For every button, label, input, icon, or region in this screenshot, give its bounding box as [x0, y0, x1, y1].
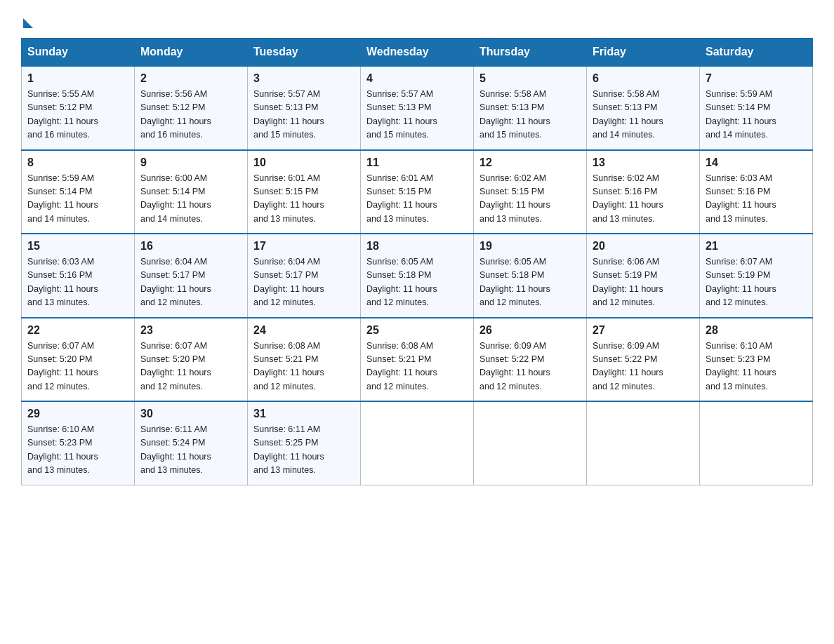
day-number: 4: [366, 72, 468, 85]
day-info: Sunrise: 6:09 AMSunset: 5:22 PMDaylight:…: [593, 340, 694, 394]
day-number: 9: [140, 156, 241, 169]
day-info: Sunrise: 6:11 AMSunset: 5:25 PMDaylight:…: [253, 423, 355, 478]
day-number: 30: [140, 408, 241, 420]
week-row-4: 22Sunrise: 6:07 AMSunset: 5:20 PMDayligh…: [22, 318, 813, 402]
day-info: Sunrise: 5:56 AMSunset: 5:12 PMDaylight:…: [140, 88, 241, 142]
calendar-cell: 8Sunrise: 5:59 AMSunset: 5:14 PMDaylight…: [22, 150, 135, 234]
calendar-cell: 25Sunrise: 6:08 AMSunset: 5:21 PMDayligh…: [361, 318, 474, 402]
week-row-2: 8Sunrise: 5:59 AMSunset: 5:14 PMDaylight…: [22, 150, 813, 234]
calendar-cell: 22Sunrise: 6:07 AMSunset: 5:20 PMDayligh…: [22, 318, 135, 402]
day-number: 3: [253, 72, 355, 85]
day-number: 27: [593, 324, 694, 337]
day-info: Sunrise: 6:05 AMSunset: 5:18 PMDaylight:…: [366, 255, 468, 310]
day-info: Sunrise: 6:00 AMSunset: 5:14 PMDaylight:…: [140, 172, 241, 227]
day-number: 7: [706, 72, 807, 85]
calendar-cell: 30Sunrise: 6:11 AMSunset: 5:24 PMDayligh…: [135, 401, 248, 485]
header-friday: Friday: [587, 39, 700, 67]
calendar-cell: 10Sunrise: 6:01 AMSunset: 5:15 PMDayligh…: [248, 150, 361, 234]
calendar-cell: [474, 401, 587, 485]
calendar-cell: 26Sunrise: 6:09 AMSunset: 5:22 PMDayligh…: [474, 318, 587, 402]
day-number: 2: [140, 72, 241, 85]
day-info: Sunrise: 6:07 AMSunset: 5:19 PMDaylight:…: [706, 255, 807, 310]
day-info: Sunrise: 6:05 AMSunset: 5:18 PMDaylight:…: [479, 255, 581, 310]
day-number: 26: [479, 324, 581, 337]
day-info: Sunrise: 6:08 AMSunset: 5:21 PMDaylight:…: [253, 340, 355, 394]
calendar-cell: [587, 401, 700, 485]
calendar-cell: 31Sunrise: 6:11 AMSunset: 5:25 PMDayligh…: [248, 401, 361, 485]
header-monday: Monday: [135, 39, 248, 67]
day-info: Sunrise: 6:03 AMSunset: 5:16 PMDaylight:…: [706, 172, 807, 227]
calendar-cell: 3Sunrise: 5:57 AMSunset: 5:13 PMDaylight…: [248, 66, 361, 150]
calendar-cell: 18Sunrise: 6:05 AMSunset: 5:18 PMDayligh…: [361, 234, 474, 318]
calendar-cell: [700, 401, 813, 485]
day-info: Sunrise: 6:10 AMSunset: 5:23 PMDaylight:…: [27, 423, 128, 478]
day-number: 21: [706, 240, 807, 253]
day-number: 22: [27, 324, 128, 337]
week-row-3: 15Sunrise: 6:03 AMSunset: 5:16 PMDayligh…: [22, 234, 813, 318]
day-number: 1: [27, 72, 128, 85]
calendar-cell: 6Sunrise: 5:58 AMSunset: 5:13 PMDaylight…: [587, 66, 700, 150]
header-wednesday: Wednesday: [361, 39, 474, 67]
day-info: Sunrise: 5:58 AMSunset: 5:13 PMDaylight:…: [479, 88, 581, 142]
day-info: Sunrise: 6:02 AMSunset: 5:15 PMDaylight:…: [479, 172, 581, 227]
header-tuesday: Tuesday: [248, 39, 361, 67]
day-number: 23: [140, 324, 241, 337]
day-info: Sunrise: 5:55 AMSunset: 5:12 PMDaylight:…: [27, 88, 128, 142]
logo-arrow-icon: [23, 18, 33, 28]
day-info: Sunrise: 6:10 AMSunset: 5:23 PMDaylight:…: [706, 340, 807, 394]
calendar-cell: 9Sunrise: 6:00 AMSunset: 5:14 PMDaylight…: [135, 150, 248, 234]
day-info: Sunrise: 6:11 AMSunset: 5:24 PMDaylight:…: [140, 423, 241, 478]
calendar-cell: 24Sunrise: 6:08 AMSunset: 5:21 PMDayligh…: [248, 318, 361, 402]
calendar-cell: 21Sunrise: 6:07 AMSunset: 5:19 PMDayligh…: [700, 234, 813, 318]
day-number: 29: [27, 408, 128, 420]
calendar-cell: 19Sunrise: 6:05 AMSunset: 5:18 PMDayligh…: [474, 234, 587, 318]
calendar-header-row: SundayMondayTuesdayWednesdayThursdayFrid…: [22, 39, 813, 67]
day-number: 14: [706, 156, 807, 169]
week-row-1: 1Sunrise: 5:55 AMSunset: 5:12 PMDaylight…: [22, 66, 813, 150]
calendar-cell: 23Sunrise: 6:07 AMSunset: 5:20 PMDayligh…: [135, 318, 248, 402]
calendar-cell: 28Sunrise: 6:10 AMSunset: 5:23 PMDayligh…: [700, 318, 813, 402]
day-info: Sunrise: 6:04 AMSunset: 5:17 PMDaylight:…: [140, 255, 241, 310]
day-number: 5: [479, 72, 581, 85]
day-number: 15: [27, 240, 128, 253]
day-number: 12: [479, 156, 581, 169]
calendar-cell: 12Sunrise: 6:02 AMSunset: 5:15 PMDayligh…: [474, 150, 587, 234]
day-info: Sunrise: 6:01 AMSunset: 5:15 PMDaylight:…: [366, 172, 468, 227]
calendar-cell: 15Sunrise: 6:03 AMSunset: 5:16 PMDayligh…: [22, 234, 135, 318]
day-number: 31: [253, 408, 355, 420]
calendar-cell: 5Sunrise: 5:58 AMSunset: 5:13 PMDaylight…: [474, 66, 587, 150]
day-number: 10: [253, 156, 355, 169]
day-number: 6: [593, 72, 694, 85]
day-number: 17: [253, 240, 355, 253]
header-thursday: Thursday: [474, 39, 587, 67]
day-number: 8: [27, 156, 128, 169]
day-info: Sunrise: 6:07 AMSunset: 5:20 PMDaylight:…: [27, 340, 128, 394]
calendar-cell: 27Sunrise: 6:09 AMSunset: 5:22 PMDayligh…: [587, 318, 700, 402]
logo: [21, 14, 33, 25]
day-info: Sunrise: 6:03 AMSunset: 5:16 PMDaylight:…: [27, 255, 128, 310]
page-header: [21, 14, 813, 25]
day-info: Sunrise: 5:59 AMSunset: 5:14 PMDaylight:…: [27, 172, 128, 227]
week-row-5: 29Sunrise: 6:10 AMSunset: 5:23 PMDayligh…: [22, 401, 813, 485]
day-info: Sunrise: 5:57 AMSunset: 5:13 PMDaylight:…: [366, 88, 468, 142]
day-number: 11: [366, 156, 468, 169]
day-number: 24: [253, 324, 355, 337]
day-info: Sunrise: 6:02 AMSunset: 5:16 PMDaylight:…: [593, 172, 694, 227]
logo-top: [21, 14, 33, 28]
calendar-cell: [361, 401, 474, 485]
day-number: 13: [593, 156, 694, 169]
day-number: 19: [479, 240, 581, 253]
day-info: Sunrise: 5:59 AMSunset: 5:14 PMDaylight:…: [706, 88, 807, 142]
header-saturday: Saturday: [700, 39, 813, 67]
calendar-table: SundayMondayTuesdayWednesdayThursdayFrid…: [21, 38, 813, 485]
day-info: Sunrise: 5:58 AMSunset: 5:13 PMDaylight:…: [593, 88, 694, 142]
day-info: Sunrise: 6:07 AMSunset: 5:20 PMDaylight:…: [140, 340, 241, 394]
day-info: Sunrise: 6:09 AMSunset: 5:22 PMDaylight:…: [479, 340, 581, 394]
day-number: 18: [366, 240, 468, 253]
header-sunday: Sunday: [22, 39, 135, 67]
calendar-cell: 4Sunrise: 5:57 AMSunset: 5:13 PMDaylight…: [361, 66, 474, 150]
day-number: 28: [706, 324, 807, 337]
day-info: Sunrise: 6:06 AMSunset: 5:19 PMDaylight:…: [593, 255, 694, 310]
calendar-cell: 11Sunrise: 6:01 AMSunset: 5:15 PMDayligh…: [361, 150, 474, 234]
day-info: Sunrise: 6:04 AMSunset: 5:17 PMDaylight:…: [253, 255, 355, 310]
